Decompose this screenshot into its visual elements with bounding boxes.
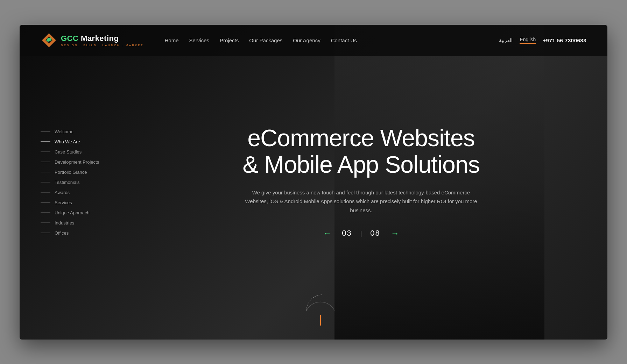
nav-home[interactable]: Home (164, 37, 178, 43)
nav-projects[interactable]: Projects (220, 37, 239, 43)
slide-total: 08 (370, 229, 380, 238)
arrow-right-icon: → (391, 228, 399, 238)
slide-current: 03 (342, 229, 352, 238)
nav-language[interactable]: English (520, 37, 536, 44)
sidebar-item-who-we-are[interactable]: Who We Are (41, 139, 99, 144)
sidebar-label-portfolio: Portfolio Glance (55, 169, 87, 174)
sidebar-label-services: Services (55, 200, 72, 205)
sidebar-line (41, 202, 50, 202)
sidebar-label-offices: Offices (55, 230, 69, 235)
progress-area (303, 291, 338, 326)
sidebar-line (41, 222, 50, 223)
sidebar-line (41, 162, 50, 162)
sidebar-label-awards: Awards (55, 190, 70, 195)
sidebar-label-case-studies: Case Studies (55, 149, 82, 154)
sidebar-label-industries: Industries (55, 220, 74, 225)
sidebar-label-development: Development Projects (55, 159, 99, 164)
sidebar-label-testimonials: Testimonials (55, 179, 80, 185)
nav-services[interactable]: Services (189, 37, 209, 43)
sidebar-item-awards[interactable]: Awards (41, 190, 99, 195)
sidebar-label-welcome: Welcome (55, 129, 73, 134)
sidebar-item-testimonials[interactable]: Testimonials (41, 179, 99, 185)
sidebar-item-unique[interactable]: Unique Approach (41, 210, 99, 215)
navbar: GCC Marketing DESIGN . BUILD . LAUNCH . … (20, 25, 607, 56)
progress-arc-icon (303, 291, 338, 312)
sidebar-label-who-we-are: Who We Are (55, 139, 80, 144)
nav-arabic[interactable]: العربية (499, 37, 513, 43)
logo-brand: GCC Marketing (61, 34, 143, 43)
sidebar-label-unique: Unique Approach (55, 210, 90, 215)
sidebar-nav: Welcome Who We Are Case Studies Developm… (41, 129, 99, 235)
logo-area: GCC Marketing DESIGN . BUILD . LAUNCH . … (41, 32, 143, 49)
sidebar-item-case-studies[interactable]: Case Studies (41, 149, 99, 154)
sidebar-line (41, 192, 50, 192)
sidebar-line (41, 172, 50, 172)
sidebar-item-industries[interactable]: Industries (41, 220, 99, 225)
sidebar-line (41, 151, 50, 152)
nav-agency[interactable]: Our Agency (293, 37, 320, 43)
sidebar-item-development[interactable]: Development Projects (41, 159, 99, 164)
logo-text: GCC Marketing DESIGN . BUILD . LAUNCH . … (61, 34, 143, 47)
nav-phone: +971 56 7300683 (543, 37, 586, 43)
hero-title: eCommerce Websites & Mobile App Solution… (242, 124, 480, 178)
hero-subtitle: We give your business a new touch and fe… (242, 188, 480, 215)
sidebar-item-services[interactable]: Services (41, 200, 99, 205)
prev-slide-button[interactable]: ← (321, 227, 333, 240)
sidebar-line (41, 141, 50, 142)
nav-right: العربية English +971 56 7300683 (499, 37, 586, 44)
slide-divider: | (360, 230, 362, 237)
progress-line (320, 315, 321, 326)
nav-packages[interactable]: Our Packages (249, 37, 282, 43)
sidebar-item-welcome[interactable]: Welcome (41, 129, 99, 134)
nav-links: Home Services Projects Our Packages Our … (164, 37, 499, 43)
logo-icon (41, 32, 57, 49)
sidebar-item-portfolio[interactable]: Portfolio Glance (41, 169, 99, 174)
hero-content: eCommerce Websites & Mobile App Solution… (242, 124, 480, 240)
browser-frame: GCC Marketing DESIGN . BUILD . LAUNCH . … (20, 25, 607, 340)
arrow-left-icon: ← (323, 228, 331, 238)
next-slide-button[interactable]: → (389, 227, 401, 240)
sidebar-line (41, 212, 50, 213)
sidebar-item-offices[interactable]: Offices (41, 230, 99, 235)
nav-contact[interactable]: Contact Us (331, 37, 357, 43)
hero-controls: ← 03 | 08 → (242, 227, 480, 240)
sidebar-line (41, 131, 50, 131)
sidebar-line (41, 233, 50, 233)
logo-tagline: DESIGN . BUILD . LAUNCH . MARKET (61, 44, 143, 47)
sidebar-line (41, 182, 50, 182)
